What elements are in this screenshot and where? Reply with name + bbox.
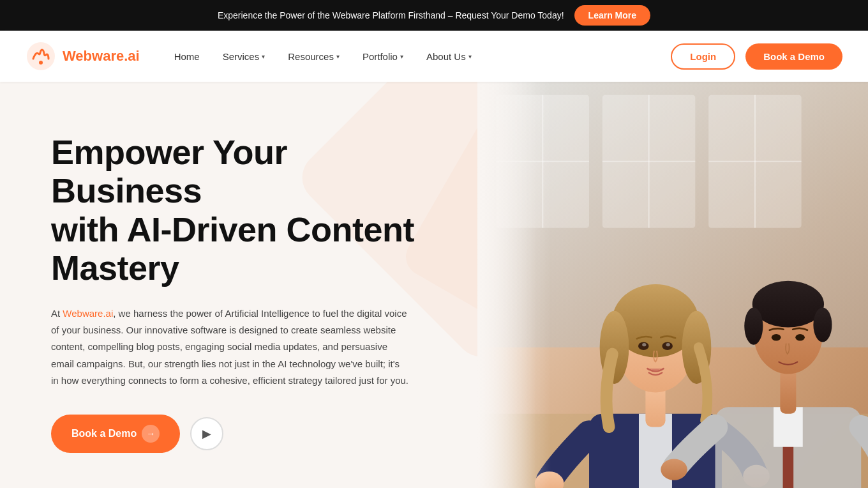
learn-more-button[interactable]: Learn More: [574, 5, 650, 26]
hero-book-demo-button[interactable]: Book a Demo →: [51, 415, 180, 453]
hero-description: At Webware.ai, we harness the power of A…: [51, 305, 408, 389]
hero-content: Empower Your Business with AI-Driven Con…: [0, 82, 868, 488]
webware-link[interactable]: Webware.ai: [63, 308, 113, 319]
hero-play-button[interactable]: ▶: [190, 417, 223, 450]
navbar: Webware.ai Home Services ▾ Resources ▾ P…: [0, 31, 868, 82]
nav-resources-link[interactable]: Resources ▾: [279, 46, 348, 67]
logo-icon: [26, 41, 56, 72]
nav-portfolio-link[interactable]: Portfolio ▾: [354, 46, 412, 67]
logo-link[interactable]: Webware.ai: [26, 41, 140, 72]
book-demo-button[interactable]: Book a Demo: [745, 43, 842, 70]
nav-item-resources[interactable]: Resources ▾: [279, 46, 348, 67]
nav-links: Home Services ▾ Resources ▾ Portfolio ▾ …: [165, 46, 671, 67]
hero-left: Empower Your Business with AI-Driven Con…: [0, 82, 477, 488]
nav-item-services[interactable]: Services ▾: [214, 46, 274, 67]
resources-chevron-icon: ▾: [336, 53, 340, 60]
nav-about-link[interactable]: About Us ▾: [417, 46, 481, 67]
logo-text: Webware.ai: [63, 48, 140, 65]
cta-arrow-icon: →: [142, 425, 160, 443]
hero-section: Empower Your Business with AI-Driven Con…: [0, 82, 868, 488]
hero-title: Empower Your Business with AI-Driven Con…: [51, 133, 439, 287]
login-button[interactable]: Login: [671, 43, 735, 70]
nav-item-about[interactable]: About Us ▾: [417, 46, 481, 67]
photo-fade-overlay: [477, 82, 868, 488]
svg-point-0: [27, 42, 55, 70]
nav-services-link[interactable]: Services ▾: [214, 46, 274, 67]
nav-actions: Login Book a Demo: [671, 43, 842, 70]
announcement-bar: Experience the Power of the Webware Plat…: [0, 0, 868, 31]
nav-item-home[interactable]: Home: [165, 46, 209, 67]
hero-buttons: Book a Demo → ▶: [51, 415, 439, 453]
about-chevron-icon: ▾: [468, 53, 472, 60]
nav-home-link[interactable]: Home: [165, 46, 209, 67]
hero-right: [477, 82, 868, 488]
hero-photo: [477, 82, 868, 488]
portfolio-chevron-icon: ▾: [400, 53, 403, 60]
nav-item-portfolio[interactable]: Portfolio ▾: [354, 46, 412, 67]
play-icon: ▶: [202, 427, 211, 441]
announcement-text: Experience the Power of the Webware Plat…: [218, 10, 564, 20]
services-chevron-icon: ▾: [262, 53, 265, 60]
svg-point-1: [39, 61, 43, 65]
